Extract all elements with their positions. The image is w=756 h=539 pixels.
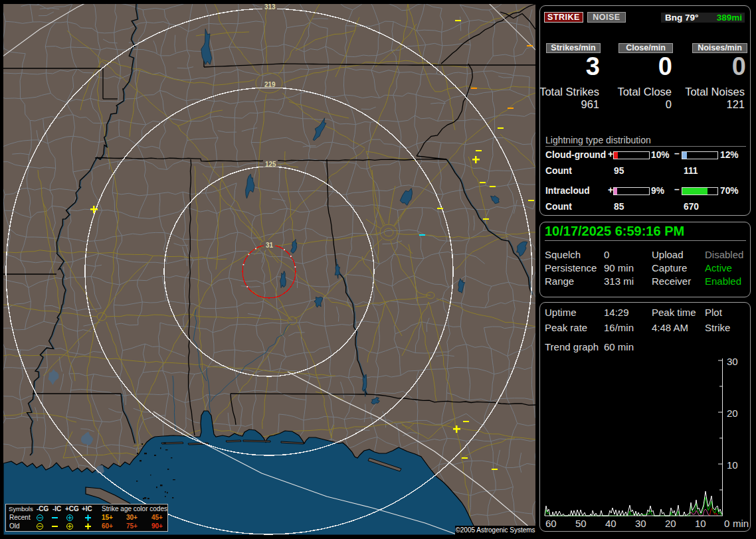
svg-text:31: 31 [266, 242, 274, 249]
svg-text:219: 219 [264, 81, 276, 88]
svg-text:125: 125 [265, 161, 276, 168]
svg-text:313: 313 [264, 4, 276, 11]
